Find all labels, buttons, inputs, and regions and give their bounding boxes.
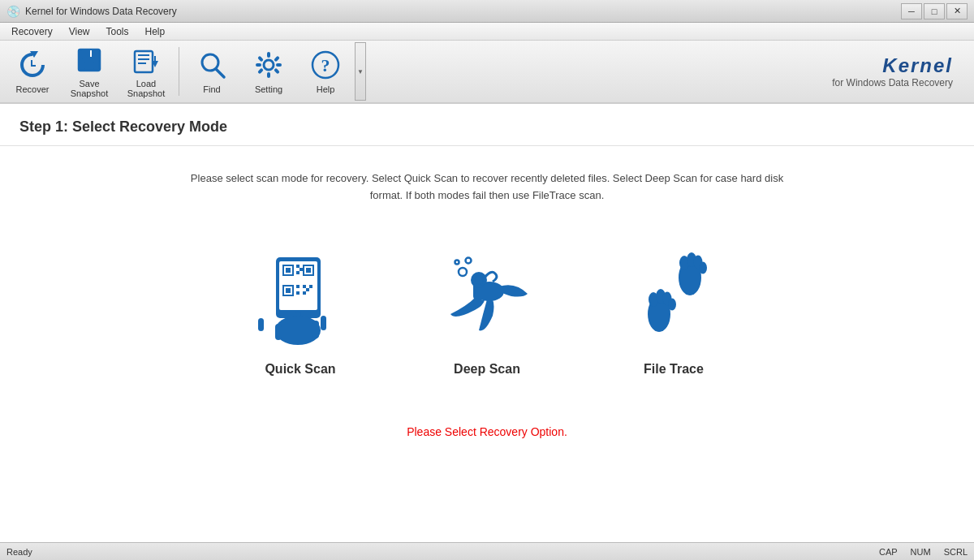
svg-rect-28 [286, 268, 291, 273]
recover-icon [16, 49, 49, 81]
svg-rect-8 [138, 62, 146, 64]
svg-point-67 [699, 261, 707, 274]
description-text: Please select scan mode for recovery. Se… [179, 170, 795, 205]
load-snapshot-button[interactable]: Load Snapshot [119, 44, 174, 99]
quick-scan-label: Quick Scan [265, 362, 335, 377]
recover-button[interactable]: Recover [5, 44, 60, 99]
find-icon [196, 49, 228, 81]
svg-rect-14 [267, 52, 270, 58]
svg-text:?: ? [321, 55, 330, 75]
svg-rect-19 [274, 56, 280, 62]
svg-rect-21 [274, 68, 280, 75]
toolbar: Recover Save Snapshot Load Snapsho [0, 41, 974, 104]
help-button[interactable]: ? Help [298, 44, 353, 99]
svg-point-62 [668, 298, 676, 310]
file-trace-icon [621, 245, 726, 351]
svg-rect-3 [84, 62, 94, 69]
step-header: Step 1: Select Recovery Mode [0, 104, 974, 146]
file-trace-label: File Trace [644, 362, 704, 377]
deep-scan-icon [434, 245, 540, 351]
svg-rect-39 [306, 288, 309, 291]
menu-item-recovery[interactable]: Recovery [3, 23, 61, 40]
menu-bar: Recovery View Tools Help [0, 23, 974, 41]
caps-indicator: CAP [879, 547, 898, 557]
svg-rect-47 [312, 321, 319, 338]
svg-point-13 [264, 60, 274, 70]
svg-rect-46 [275, 324, 282, 340]
save-snapshot-label: Save Snapshot [66, 79, 113, 98]
toolbar-scroll-arrow[interactable]: ▼ [355, 42, 366, 101]
save-snapshot-icon [73, 45, 106, 75]
svg-rect-17 [276, 63, 282, 67]
recover-label: Recover [16, 84, 50, 94]
title-bar-left: 💿 Kernel for Windows Data Recovery [6, 5, 177, 18]
status-text: Ready [6, 547, 32, 557]
minimize-button[interactable]: ─ [901, 3, 922, 19]
load-snapshot-label: Load Snapshot [123, 79, 170, 98]
close-button[interactable]: ✕ [946, 3, 968, 19]
menu-item-help[interactable]: Help [137, 23, 174, 40]
quick-scan-option[interactable]: Quick Scan [239, 237, 361, 385]
setting-icon [252, 49, 285, 81]
svg-rect-31 [306, 268, 311, 273]
svg-point-57 [475, 276, 483, 284]
svg-rect-38 [303, 285, 306, 288]
scan-options: Quick Scan [239, 237, 735, 385]
svg-rect-43 [296, 291, 300, 295]
brand-area: Kernel for Windows Data Recovery [832, 54, 969, 88]
find-button[interactable]: Find [184, 44, 239, 99]
svg-rect-5 [135, 51, 153, 72]
brand-subtitle: for Windows Data Recovery [832, 77, 953, 88]
status-indicators: CAP NUM SCRL [879, 547, 968, 557]
scroll-indicator: SCRL [944, 547, 968, 557]
maximize-button[interactable]: □ [924, 3, 945, 19]
title-bar-controls: ─ □ ✕ [901, 3, 968, 19]
deep-scan-option[interactable]: Deep Scan [426, 237, 548, 385]
svg-rect-35 [296, 265, 300, 268]
toolbar-sep-1 [179, 47, 179, 96]
app-icon: 💿 [6, 5, 20, 18]
svg-point-50 [459, 268, 467, 276]
file-trace-option[interactable]: File Trace [613, 237, 735, 385]
status-bar: Ready CAP NUM SCRL [0, 542, 974, 560]
title-bar: 💿 Kernel for Windows Data Recovery ─ □ ✕ [0, 0, 974, 23]
deep-scan-label: Deep Scan [454, 362, 520, 377]
num-indicator: NUM [911, 547, 931, 557]
svg-rect-6 [138, 54, 149, 56]
save-snapshot-button[interactable]: Save Snapshot [62, 44, 117, 99]
svg-rect-16 [256, 63, 261, 67]
svg-rect-40 [309, 285, 312, 288]
svg-rect-36 [300, 268, 303, 271]
menu-item-view[interactable]: View [61, 23, 98, 40]
warning-text: Please Select Recovery Option. [407, 425, 567, 438]
svg-rect-7 [138, 58, 149, 60]
help-icon: ? [309, 49, 342, 81]
svg-rect-37 [296, 271, 300, 274]
main-content: Step 1: Select Recovery Mode Please sele… [0, 104, 974, 542]
svg-rect-42 [296, 285, 300, 288]
svg-point-52 [455, 260, 459, 264]
svg-rect-18 [257, 56, 264, 62]
content-area: Please select scan mode for recovery. Se… [0, 146, 974, 542]
help-label: Help [317, 84, 335, 94]
svg-line-12 [216, 69, 224, 77]
menu-item-tools[interactable]: Tools [97, 23, 136, 40]
setting-label: Setting [255, 84, 282, 94]
svg-rect-15 [267, 72, 270, 78]
svg-rect-34 [286, 288, 291, 293]
svg-rect-41 [303, 291, 306, 295]
svg-rect-20 [257, 68, 264, 75]
load-snapshot-icon [130, 45, 162, 75]
window-title: Kernel for Windows Data Recovery [25, 6, 177, 17]
brand-kernel: Kernel [832, 54, 953, 77]
setting-button[interactable]: Setting [241, 44, 296, 99]
svg-rect-48 [321, 316, 326, 330]
quick-scan-icon [248, 245, 353, 351]
svg-rect-4 [90, 50, 92, 57]
svg-point-51 [466, 257, 472, 263]
find-label: Find [203, 84, 220, 94]
svg-rect-49 [258, 318, 264, 331]
